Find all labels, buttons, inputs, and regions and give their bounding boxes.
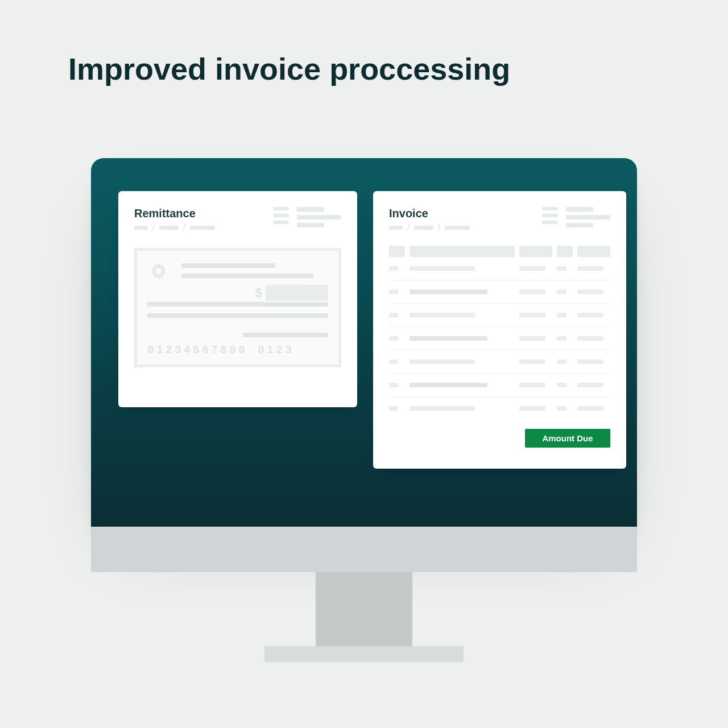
monitor-neck bbox=[316, 572, 412, 646]
card-meta-placeholder bbox=[273, 207, 341, 228]
invoice-card-title: Invoice bbox=[389, 207, 470, 220]
remittance-date-placeholder: / / bbox=[134, 226, 215, 230]
amount-due-badge: Amount Due bbox=[525, 429, 610, 448]
invoice-card: Invoice / / bbox=[373, 191, 626, 469]
remittance-card: Remittance / / bbox=[118, 191, 357, 407]
placeholder-line bbox=[181, 263, 275, 268]
micr-routing-number: 0123 bbox=[258, 344, 294, 357]
micr-line: 01234567890 0123 bbox=[147, 344, 294, 357]
monitor-illustration: Remittance / / bbox=[91, 158, 637, 662]
invoice-table bbox=[389, 246, 610, 416]
invoice-table-row bbox=[389, 307, 610, 323]
card-meta-placeholder bbox=[542, 207, 610, 228]
monitor-screen: Remittance / / bbox=[91, 158, 637, 527]
invoice-date-placeholder: / / bbox=[389, 226, 470, 230]
invoice-table-row bbox=[389, 400, 610, 416]
invoice-table-row bbox=[389, 284, 610, 300]
remittance-card-title: Remittance bbox=[134, 207, 215, 220]
placeholder-line bbox=[181, 274, 313, 278]
remittance-card-header: Remittance / / bbox=[134, 207, 341, 230]
monitor-bezel bbox=[91, 527, 637, 572]
invoice-table-row bbox=[389, 377, 610, 393]
monitor-foot bbox=[264, 646, 464, 662]
invoice-table-header bbox=[389, 246, 610, 257]
placeholder-line bbox=[147, 302, 328, 307]
placeholder-line bbox=[147, 313, 328, 318]
signature-line-placeholder bbox=[243, 333, 328, 337]
invoice-table-row bbox=[389, 354, 610, 370]
svg-point-0 bbox=[156, 268, 162, 274]
check-graphic: $ 01234567890 0123 bbox=[134, 248, 341, 367]
invoice-card-header: Invoice / / bbox=[389, 207, 610, 230]
gear-icon bbox=[147, 261, 170, 286]
amount-placeholder: $ bbox=[255, 285, 328, 301]
invoice-table-row bbox=[389, 330, 610, 346]
invoice-table-row bbox=[389, 260, 610, 276]
page-title: Improved invoice proccessing bbox=[68, 51, 510, 86]
micr-account-number: 01234567890 bbox=[147, 344, 247, 357]
dollar-sign-icon: $ bbox=[255, 286, 262, 300]
